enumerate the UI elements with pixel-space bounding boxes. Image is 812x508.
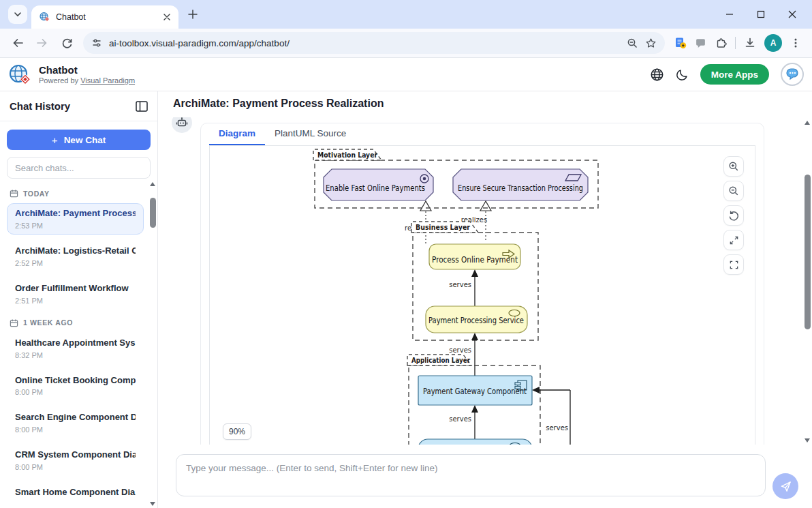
main-scrollbar[interactable] xyxy=(803,119,811,445)
realization-arrowhead xyxy=(420,201,431,211)
chat-title: ArchiMate: Payment Process Realization xyxy=(158,91,812,117)
section-label: 1 WEEK AGO xyxy=(23,318,73,327)
reload-button[interactable] xyxy=(56,32,78,54)
browser-menu-kebab-icon[interactable] xyxy=(790,38,801,48)
calendar-icon xyxy=(10,318,18,327)
new-chat-label: New Chat xyxy=(64,135,106,145)
reset-view-button[interactable] xyxy=(723,205,744,226)
window-maximize-button[interactable] xyxy=(745,0,777,29)
browser-toolbar: ai-toolbox.visual-paradigm.com/app/chatb… xyxy=(0,29,812,58)
diagram-tabs: Diagram PlantUML Source xyxy=(201,123,764,145)
node-business-process: Process Online Payment xyxy=(429,244,520,269)
realization-arrowhead xyxy=(480,201,491,211)
browser-window: Chatbot ai-toolbox.visual-paradigm.com/a… xyxy=(0,0,812,508)
dark-mode-moon-icon[interactable] xyxy=(676,68,689,81)
visual-paradigm-link[interactable]: Visual Paradigm xyxy=(80,76,135,85)
sidebar-scrollbar[interactable] xyxy=(149,180,157,508)
reload-icon xyxy=(61,38,73,49)
messages-area: Diagram PlantUML Source realizes realize… xyxy=(158,117,812,445)
node-goal: Enable Fast Online Payments xyxy=(324,169,433,200)
scroll-up-arrow[interactable] xyxy=(150,182,155,186)
node-application-component: Payment Gateway Component xyxy=(418,376,532,405)
sidebar-header: Chat History xyxy=(0,91,157,121)
scroll-down-arrow[interactable] xyxy=(805,438,810,443)
send-plane-icon xyxy=(779,480,792,493)
url-text[interactable]: ai-toolbox.visual-paradigm.com/app/chatb… xyxy=(109,38,620,48)
chat-bubble-icon xyxy=(784,66,800,83)
zoom-out-button[interactable] xyxy=(723,181,744,201)
extensions-puzzle-icon[interactable] xyxy=(715,37,727,49)
chat-item[interactable]: ArchiMate: Logistics-Retail C... 2:52 PM xyxy=(7,241,144,272)
chat-item[interactable]: Search Engine Component D... 8:00 PM xyxy=(7,407,144,438)
chat-item[interactable]: CRM System Component Dia... 8:00 PM xyxy=(7,445,144,476)
zoom-level-badge[interactable]: 90% xyxy=(223,423,251,440)
chat-item[interactable]: Online Ticket Booking Comp... 8:00 PM xyxy=(7,370,144,402)
comment-icon[interactable] xyxy=(695,38,706,49)
message-input[interactable] xyxy=(176,454,766,496)
language-globe-icon[interactable] xyxy=(650,68,664,82)
favicon-visual-paradigm xyxy=(40,12,50,23)
message-input-area xyxy=(158,445,812,508)
robot-icon xyxy=(175,117,189,130)
browser-actions: A xyxy=(670,34,805,52)
chat-item-title: Online Ticket Booking Comp... xyxy=(15,375,136,387)
diagram-zoom-toolbar xyxy=(723,156,744,275)
tab-title: Chatbot xyxy=(56,12,155,22)
window-close-button[interactable] xyxy=(777,0,808,29)
profile-avatar[interactable]: A xyxy=(764,34,782,52)
fullscreen-button[interactable] xyxy=(723,254,744,275)
chat-item-title: ArchiMate: Logistics-Retail C... xyxy=(15,245,136,257)
more-apps-button[interactable]: More Apps xyxy=(700,64,769,85)
forward-arrow-icon xyxy=(36,37,48,49)
scroll-up-arrow[interactable] xyxy=(805,121,810,125)
tab-plantuml-source[interactable]: PlantUML Source xyxy=(265,124,356,145)
scrollbar-thumb[interactable] xyxy=(150,198,156,228)
tab-diagram[interactable]: Diagram xyxy=(209,124,265,145)
group-label: Business Layer xyxy=(416,223,470,232)
collapse-panel-icon[interactable] xyxy=(136,101,148,112)
chat-item[interactable]: Healthcare Appointment Sys... 8:32 PM xyxy=(7,333,144,364)
chevron-down-icon xyxy=(14,10,22,18)
back-arrow-icon xyxy=(12,37,24,49)
scroll-down-arrow[interactable] xyxy=(150,502,155,506)
bookmark-star-icon[interactable] xyxy=(645,38,657,49)
back-button[interactable] xyxy=(7,32,29,54)
node-label: Enable Fast Online Payments xyxy=(326,183,425,193)
zoom-in-button[interactable] xyxy=(723,156,744,177)
header-actions: More Apps xyxy=(650,63,804,86)
search-chats-input[interactable] xyxy=(7,157,151,179)
brand-text: Chatbot Powered by Visual Paradigm xyxy=(39,64,135,85)
chat-item-title: Order Fulfillment Workflow xyxy=(15,283,136,295)
new-chat-button[interactable]: + New Chat xyxy=(7,130,151,150)
window-minimize-button[interactable] xyxy=(714,0,745,29)
scrollbar-thumb[interactable] xyxy=(805,175,811,329)
new-tab-button[interactable] xyxy=(184,5,202,23)
edge-label-serves: serves xyxy=(449,281,471,288)
send-button[interactable] xyxy=(772,473,798,499)
forward-button[interactable] xyxy=(31,32,53,54)
app-header: Chatbot Powered by Visual Paradigm More … xyxy=(0,58,812,91)
section-label: TODAY xyxy=(23,190,50,198)
assistant-avatar xyxy=(172,117,192,133)
powered-by-text: Powered by xyxy=(39,76,78,85)
section-today: TODAY xyxy=(10,189,141,198)
site-settings-icon[interactable] xyxy=(91,38,102,48)
tab-search-button[interactable] xyxy=(8,5,27,24)
chat-item[interactable]: Order Fulfillment Workflow 2:51 PM xyxy=(7,278,144,310)
zoom-out-page-icon[interactable] xyxy=(627,38,638,49)
url-bar[interactable]: ai-toolbox.visual-paradigm.com/app/chatb… xyxy=(83,32,665,54)
reading-mode-icon[interactable] xyxy=(674,37,687,49)
chat-item-selected[interactable]: ArchiMate: Payment Process ... 2:53 PM xyxy=(7,203,144,235)
edge-label-serves: serves xyxy=(449,415,471,423)
diagram-viewport[interactable]: realizes realizes Motivation Layer xyxy=(209,145,755,445)
chat-item-time: 2:53 PM xyxy=(15,222,136,230)
tab-close-icon[interactable] xyxy=(161,11,173,23)
node-business-service: Payment Processing Service xyxy=(426,306,527,333)
chat-item[interactable]: Smart Home Component Dia... xyxy=(7,482,144,503)
expand-button[interactable] xyxy=(723,230,744,250)
browser-tab-chatbot[interactable]: Chatbot xyxy=(31,5,178,29)
downloads-icon[interactable] xyxy=(744,37,756,49)
chat-main: ArchiMate: Payment Process Realization xyxy=(158,91,812,508)
chatbot-avatar[interactable] xyxy=(781,63,804,86)
serves-arrowhead xyxy=(471,333,478,340)
